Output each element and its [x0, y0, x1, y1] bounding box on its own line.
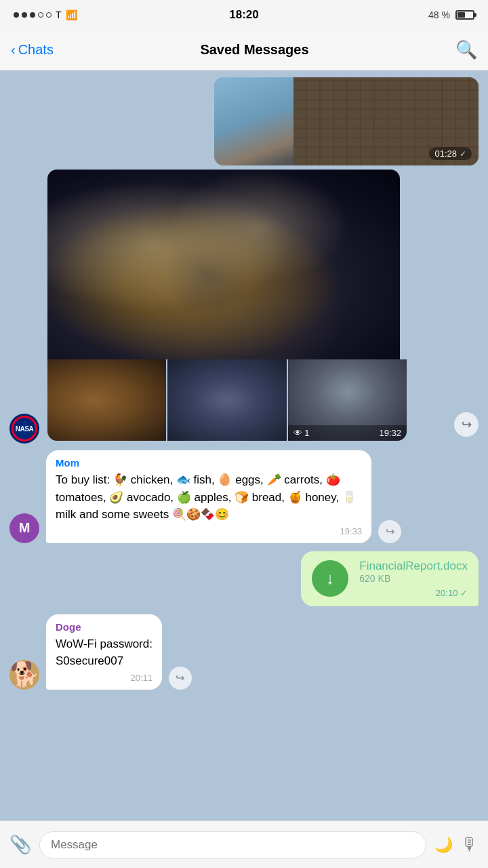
forward-button-doge[interactable]: ↪: [169, 667, 192, 690]
file-check-icon: ✓: [460, 588, 468, 598]
status-bar: T 📶 18:20 48 %: [0, 0, 488, 30]
file-message-row: ↓ FinancialReport.docx 620 KB 20:10 ✓: [0, 547, 488, 610]
input-bar: 📎 🌙 🎙: [0, 821, 488, 868]
back-button[interactable]: ‹ Chats: [11, 42, 54, 58]
jupiter-thumb-img-1: [47, 359, 166, 441]
check-mark-icon: ✓: [460, 149, 466, 159]
nasa-ring: [12, 416, 37, 441]
status-time: 18:20: [229, 8, 258, 22]
file-name: FinancialReport.docx: [359, 559, 468, 573]
jupiter-album-section: NASA 👁 1 19:32: [0, 170, 488, 443]
file-time: 20:10 ✓: [359, 588, 468, 598]
building-photo-bubble[interactable]: 01:28 ✓: [214, 77, 479, 165]
eye-icon: 👁 1: [293, 428, 310, 438]
mom-avatar: M: [9, 513, 39, 543]
file-bubble: ↓ FinancialReport.docx 620 KB 20:10 ✓: [301, 551, 479, 606]
voice-button[interactable]: 🎙: [461, 834, 479, 855]
battery-icon: [455, 10, 474, 20]
signal-dot-2: [22, 12, 27, 18]
jupiter-thumb-2[interactable]: [167, 359, 286, 441]
bottom-spacer: [0, 694, 488, 748]
nasa-avatar: NASA: [9, 414, 39, 443]
download-button[interactable]: ↓: [312, 560, 348, 597]
battery-fill: [458, 12, 465, 18]
building-time: 01:28: [434, 149, 457, 159]
page-title: Saved Messages: [200, 42, 308, 58]
doge-message-text: WoW-Fi password: S0secure007: [56, 635, 152, 670]
jupiter-time: 19:32: [379, 428, 401, 438]
building-message: 01:28 ✓: [0, 77, 488, 170]
mom-bubble: Mom To buy list: 🐓 chicken, 🐟 fish, 🥚 eg…: [46, 450, 371, 543]
mom-message-text: To buy list: 🐓 chicken, 🐟 fish, 🥚 eggs, …: [56, 471, 362, 524]
doge-bubble: Doge WoW-Fi password: S0secure007 20:11: [46, 614, 162, 690]
building-time-overlay: 01:28 ✓: [429, 147, 472, 160]
carrier-label: T: [56, 9, 62, 20]
attach-button[interactable]: 📎: [9, 834, 31, 855]
forward-button-jupiter[interactable]: ↪: [454, 412, 479, 437]
signal-dot-5: [46, 12, 52, 18]
doge-message-time: 20:11: [56, 673, 152, 683]
jupiter-thumbnails: 👁 1 19:32: [47, 359, 407, 441]
back-label[interactable]: Chats: [18, 42, 54, 58]
jupiter-photo-bubble[interactable]: 👁 1 19:32: [47, 170, 407, 441]
wifi-icon: 📶: [66, 9, 77, 20]
mom-sender-name: Mom: [56, 457, 362, 469]
jupiter-main-image: [47, 170, 400, 359]
jupiter-thumb-img-2: [167, 359, 286, 441]
file-info: FinancialReport.docx 620 KB 20:10 ✓: [359, 559, 468, 598]
signal-dot-3: [30, 12, 35, 18]
status-left: T 📶: [14, 9, 77, 20]
chevron-left-icon: ‹: [11, 42, 16, 58]
file-size: 620 KB: [359, 573, 468, 584]
forward-button-mom[interactable]: ↪: [378, 520, 401, 543]
doge-message-row: 🐕 Doge WoW-Fi password: S0secure007 20:1…: [0, 610, 488, 694]
mom-message-row: M Mom To buy list: 🐓 chicken, 🐟 fish, 🥚 …: [0, 446, 488, 547]
jupiter-thumb-3[interactable]: 👁 1 19:32: [288, 359, 407, 441]
jupiter-thumb-1[interactable]: [47, 359, 166, 441]
nav-bar: ‹ Chats Saved Messages 🔍: [0, 30, 488, 71]
nasa-logo: NASA: [9, 414, 39, 443]
signal-strength: [14, 12, 52, 18]
battery-percentage: 48 %: [428, 9, 450, 20]
jupiter-swirls: [47, 170, 400, 359]
chat-area: 01:28 ✓ NASA: [0, 71, 488, 821]
mom-avatar-letter: M: [19, 520, 30, 536]
signal-dot-4: [38, 12, 43, 18]
doge-avatar: 🐕: [9, 660, 39, 690]
jupiter-thumb-img-3: 👁 1 19:32: [288, 359, 407, 441]
search-button[interactable]: 🔍: [455, 39, 477, 60]
doge-sender-name: Doge: [56, 621, 152, 633]
view-count: 1: [304, 428, 309, 438]
thumb-overlay: 👁 1 19:32: [288, 425, 407, 441]
signal-dot-1: [14, 12, 19, 18]
emoji-button[interactable]: 🌙: [434, 836, 453, 854]
mom-message-time: 19:33: [56, 526, 362, 536]
message-input[interactable]: [39, 831, 426, 859]
status-right: 48 %: [428, 9, 474, 20]
